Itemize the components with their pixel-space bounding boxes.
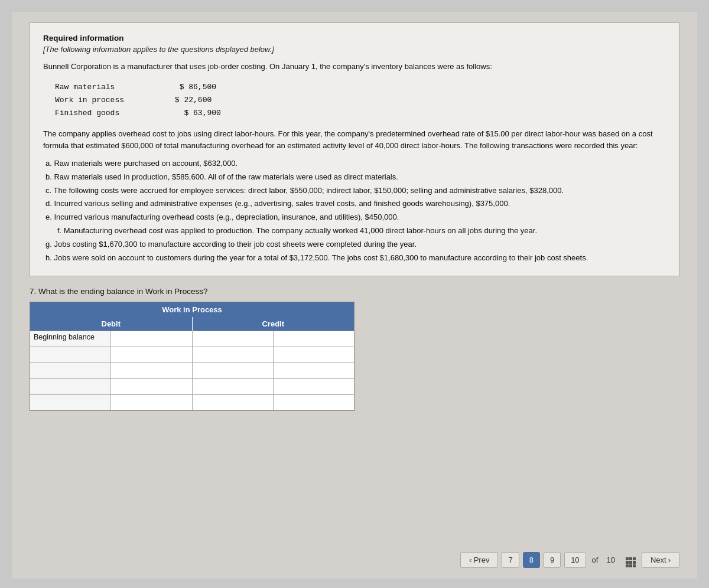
transaction-h: h. Jobs were sold on account to customer… [45, 252, 666, 264]
t-cell-credit2-2[interactable] [274, 347, 354, 362]
t-cell-label-4 [30, 379, 111, 394]
inventory-row-1: Raw materials $ 86,500 [55, 81, 666, 94]
question-text: What is the ending balance in Work in Pr… [38, 287, 207, 296]
t-cell-credit2-3[interactable] [274, 363, 354, 378]
question-number: 7 [30, 287, 34, 296]
intro-text: Bunnell Corporation is a manufacturer th… [43, 61, 666, 73]
section-title: Required information [43, 34, 666, 43]
inventory-row-3: Finished goods $ 63,900 [55, 107, 666, 120]
t-account-subheader: Debit Credit [30, 317, 354, 331]
inventory-label-3: Finished goods [55, 109, 119, 117]
t-account-header: Work in Process [30, 302, 354, 317]
t-account-area: Work in Process Debit Credit Beginning b… [30, 302, 679, 411]
t-account-row-5 [30, 395, 354, 410]
bottom-navigation: ‹ Prev 7 8 9 10 of 10 Next › [460, 552, 679, 568]
grid-menu-icon[interactable] [623, 553, 636, 567]
page-10-button[interactable]: 10 [564, 552, 586, 568]
transaction-f: f. Manufacturing overhead cost was appli… [45, 225, 666, 237]
content-box: Required information [The following info… [30, 22, 679, 276]
page-wrapper: Required information [The following info… [12, 12, 697, 579]
t-account-row-4 [30, 379, 354, 395]
t-cell-debit1-3[interactable] [111, 363, 192, 378]
transactions-list: a. Raw materials were purchased on accou… [43, 158, 666, 264]
t-cell-credit2-1[interactable] [274, 331, 354, 347]
prev-chevron-icon: ‹ [469, 556, 471, 564]
inventory-row-2: Work in process $ 22,600 [55, 94, 666, 107]
t-cell-debit1-2[interactable] [111, 347, 192, 362]
of-label: of [590, 556, 601, 564]
t-cell-label-1: Beginning balance [30, 331, 111, 347]
t-cell-label-2 [30, 347, 111, 362]
inventory-label-2: Work in process [55, 96, 124, 104]
t-cell-credit1-4[interactable] [193, 379, 274, 394]
t-cell-debit1-1[interactable] [111, 331, 192, 347]
t-cell-credit1-1[interactable] [193, 331, 274, 347]
t-cell-credit1-3[interactable] [193, 363, 274, 378]
transaction-c: c. The following costs were accrued for … [45, 185, 666, 197]
inventory-table: Raw materials $ 86,500 Work in process $… [55, 81, 666, 120]
t-account-row-2 [30, 347, 354, 363]
transaction-b: b. Raw materials used in production, $58… [45, 171, 666, 184]
page-9-button[interactable]: 9 [544, 552, 561, 568]
t-account-row-3 [30, 363, 354, 379]
overhead-text: The company applies overhead cost to job… [43, 128, 666, 152]
debit-header: Debit [30, 317, 193, 331]
transaction-g: g. Jobs costing $1,670,300 to manufactur… [45, 239, 666, 251]
t-account-body: Beginning balance [30, 331, 354, 410]
italic-note: [The following information applies to th… [43, 45, 666, 54]
t-account-container: Work in Process Debit Credit Beginning b… [30, 302, 354, 411]
transaction-d: d. Incurred various selling and administ… [45, 198, 666, 210]
inventory-value-2: $ 22,600 [175, 96, 212, 104]
t-cell-credit2-5[interactable] [274, 395, 354, 410]
next-chevron-icon: › [668, 556, 671, 564]
prev-label: Prev [474, 556, 490, 564]
page-8-button[interactable]: 8 [523, 552, 540, 568]
t-cell-debit1-5[interactable] [111, 395, 192, 410]
inventory-value-1: $ 86,500 [180, 83, 216, 92]
total-pages: 10 [604, 556, 617, 564]
t-cell-credit1-5[interactable] [193, 395, 274, 410]
page-7-button[interactable]: 7 [502, 552, 519, 568]
credit-header: Credit [193, 317, 354, 331]
t-cell-label-3 [30, 363, 111, 378]
t-cell-credit2-4[interactable] [274, 379, 354, 394]
prev-button[interactable]: ‹ Prev [460, 552, 498, 568]
t-account-row-1: Beginning balance [30, 331, 354, 347]
t-cell-credit1-2[interactable] [193, 347, 274, 362]
inventory-value-3: $ 63,900 [184, 109, 220, 117]
question-section: 7. What is the ending balance in Work in… [30, 287, 679, 296]
transaction-e: e. Incurred various manufacturing overhe… [45, 211, 666, 224]
t-cell-label-5 [30, 395, 111, 410]
next-label: Next [651, 556, 666, 564]
transaction-a: a. Raw materials were purchased on accou… [45, 158, 666, 170]
t-cell-debit1-4[interactable] [111, 379, 192, 394]
inventory-label-1: Raw materials [55, 83, 115, 92]
next-button[interactable]: Next › [642, 552, 679, 568]
